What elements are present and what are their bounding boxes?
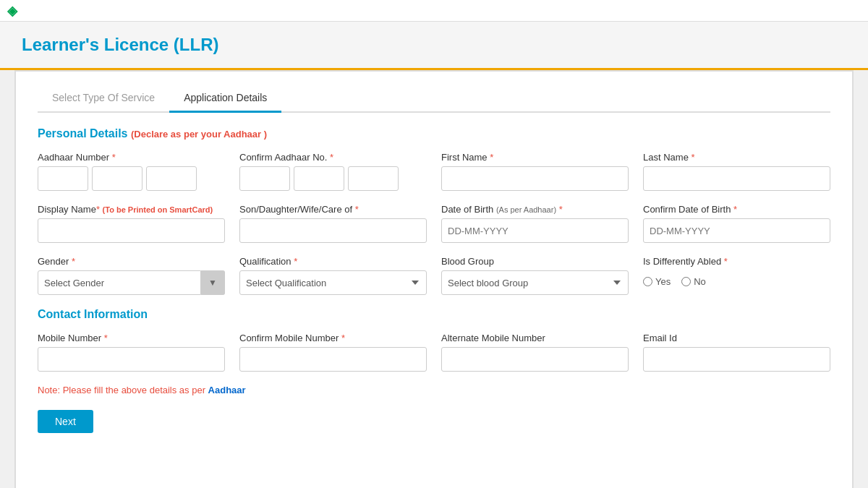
blood-group-group: Blood Group Select blood Group A+ A- B+ …	[441, 256, 629, 295]
differently-abled-radio-group: Yes No	[643, 276, 830, 287]
confirm-aadhaar-part1[interactable]	[239, 166, 290, 191]
dob-group: Date of Birth (As per Aadhaar) *	[441, 204, 629, 243]
alternate-mobile-group: Alternate Mobile Number	[441, 333, 629, 372]
mobile-group: Mobile Number *	[38, 333, 225, 372]
tab-bar: Select Type Of Service Application Detai…	[38, 86, 830, 113]
qualification-select[interactable]: Select Qualification Below 10th 10th Pas…	[239, 270, 427, 295]
contact-information-section: Contact Information Mobile Number * Conf…	[38, 308, 830, 372]
aadhaar-number-label: Aadhaar Number *	[38, 152, 225, 163]
dob-label: Date of Birth (As per Aadhaar) *	[441, 204, 629, 215]
no-radio-label[interactable]: No	[681, 276, 706, 287]
display-name-input[interactable]	[38, 218, 225, 243]
no-radio[interactable]	[681, 277, 691, 286]
email-input[interactable]	[643, 347, 830, 372]
alternate-mobile-label: Alternate Mobile Number	[441, 333, 629, 343]
son-daughter-label: Son/Daughter/Wife/Care of *	[239, 204, 427, 215]
son-daughter-input[interactable]	[239, 218, 427, 243]
alternate-mobile-input[interactable]	[441, 347, 629, 372]
confirm-dob-label: Confirm Date of Birth *	[643, 204, 830, 215]
differently-abled-group: Is Differently Abled * Yes No	[643, 256, 830, 287]
dob-input[interactable]	[441, 218, 629, 243]
next-button[interactable]: Next	[38, 410, 93, 433]
confirm-aadhaar-label: Confirm Aadhaar No. *	[239, 152, 427, 163]
confirm-mobile-label: Confirm Mobile Number *	[239, 333, 427, 343]
display-name-label: Display Name* (To be Printed on SmartCar…	[38, 204, 225, 215]
gender-dropdown-btn[interactable]: ▼	[201, 270, 225, 295]
email-group: Email Id	[643, 333, 830, 372]
mobile-label: Mobile Number *	[38, 333, 225, 343]
last-name-input[interactable]	[643, 166, 830, 191]
differently-abled-label: Is Differently Abled *	[643, 256, 830, 267]
tab-select-service[interactable]: Select Type Of Service	[38, 86, 169, 113]
last-name-group: Last Name *	[643, 152, 830, 191]
note-section: Note: Please fill the above details as p…	[38, 385, 830, 395]
contact-information-title: Contact Information	[38, 308, 830, 321]
aadhaar-input-group	[38, 166, 225, 191]
confirm-aadhaar-part2[interactable]	[294, 166, 344, 191]
gender-label: Gender *	[38, 256, 225, 267]
tab-application-details[interactable]: Application Details	[169, 86, 281, 113]
confirm-mobile-group: Confirm Mobile Number *	[239, 333, 427, 372]
yes-radio[interactable]	[643, 277, 652, 286]
mobile-input[interactable]	[38, 347, 225, 372]
site-logo: ◈	[7, 3, 17, 19]
first-name-input[interactable]	[441, 166, 629, 191]
confirm-mobile-input[interactable]	[239, 347, 427, 372]
first-name-group: First Name *	[441, 152, 629, 191]
email-label: Email Id	[643, 333, 830, 343]
aadhaar-number-group: Aadhaar Number *	[38, 152, 225, 191]
last-name-label: Last Name *	[643, 152, 830, 163]
aadhaar-part3[interactable]	[146, 166, 197, 191]
qualification-label: Qualification *	[239, 256, 427, 267]
confirm-dob-input[interactable]	[643, 218, 830, 243]
confirm-aadhaar-part3[interactable]	[348, 166, 399, 191]
confirm-aadhaar-group: Confirm Aadhaar No. *	[239, 152, 427, 191]
page-title: Learner's Licence (LLR)	[22, 35, 846, 55]
aadhaar-part1[interactable]	[38, 166, 88, 191]
blood-group-label: Blood Group	[441, 256, 629, 267]
aadhaar-part2[interactable]	[92, 166, 142, 191]
gender-select-wrapper: Select Gender Male Female Transgender ▼	[38, 270, 225, 295]
confirm-dob-group: Confirm Date of Birth *	[643, 204, 830, 243]
personal-details-title: Personal Details (Declare as per your Aa…	[38, 127, 830, 140]
son-daughter-group: Son/Daughter/Wife/Care of *	[239, 204, 427, 243]
qualification-group: Qualification * Select Qualification Bel…	[239, 256, 427, 295]
yes-radio-label[interactable]: Yes	[643, 276, 671, 287]
confirm-aadhaar-input-group	[239, 166, 427, 191]
gender-group: Gender * Select Gender Male Female Trans…	[38, 256, 225, 295]
display-name-group: Display Name* (To be Printed on SmartCar…	[38, 204, 225, 243]
gender-select[interactable]: Select Gender Male Female Transgender	[38, 270, 201, 295]
first-name-label: First Name *	[441, 152, 629, 163]
blood-group-select[interactable]: Select blood Group A+ A- B+ B- O+ O- AB+…	[441, 270, 629, 295]
